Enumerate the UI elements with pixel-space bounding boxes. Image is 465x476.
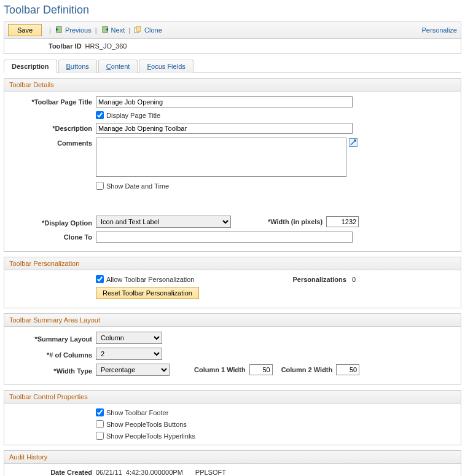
separator: | xyxy=(128,26,130,34)
toolbar-id-value: HRS_JO_360 xyxy=(85,42,127,50)
toolbar-id-label: Toolbar ID xyxy=(49,42,82,50)
label-clone-to: Clone To xyxy=(9,232,96,241)
tab-buttons-label: uttons xyxy=(71,63,89,70)
input-clone-to[interactable] xyxy=(96,232,353,243)
previous-link[interactable]: Previous xyxy=(55,26,92,34)
toolbar-id-row: Toolbar ID HRS_JO_360 xyxy=(4,39,461,54)
label-summary-layout: *Summary Layout xyxy=(9,334,96,343)
previous-label: Previous xyxy=(65,26,92,34)
value-created-date: 06/21/11 xyxy=(96,469,122,476)
input-description[interactable] xyxy=(96,123,353,134)
show-footer-checkbox[interactable] xyxy=(96,408,104,416)
allow-personalization-checkbox[interactable] xyxy=(96,275,104,283)
tab-description[interactable]: Description xyxy=(4,60,57,73)
checkbox-show-pt-buttons[interactable]: Show PeopleTools Buttons xyxy=(96,420,187,428)
expand-comments-icon[interactable] xyxy=(349,138,358,148)
label-display-option: *Display Option xyxy=(9,217,96,227)
save-button[interactable]: Save xyxy=(8,24,42,36)
separator: | xyxy=(95,26,97,34)
show-pt-links-checkbox[interactable] xyxy=(96,432,104,440)
tab-focus-label: ocus Fields xyxy=(151,63,186,70)
value-created-time: 4:42:30.000000PM xyxy=(126,469,183,476)
show-pt-buttons-checkbox[interactable] xyxy=(96,420,104,428)
action-toolbar: Save | Previous | Next | Clone Personali… xyxy=(4,21,461,39)
tab-content[interactable]: Content xyxy=(98,60,138,73)
button-reset-personalization[interactable]: Reset Toolbar Personalization xyxy=(96,287,199,299)
show-footer-label: Show Toolbar Footer xyxy=(106,409,168,416)
tab-focus-fields[interactable]: Focus Fields xyxy=(139,60,193,73)
allow-personalization-label: Allow Toolbar Personalization xyxy=(106,276,195,283)
show-pt-buttons-label: Show PeopleTools Buttons xyxy=(106,421,187,428)
tab-buttons[interactable]: Buttons xyxy=(58,60,97,73)
section-audit-history: Audit History Date Created 06/21/11 4:42… xyxy=(4,450,461,476)
label-comments: Comments xyxy=(9,138,96,147)
select-num-columns[interactable]: 2 xyxy=(96,348,162,360)
label-description: *Description xyxy=(9,123,96,132)
next-icon xyxy=(101,26,109,34)
checkbox-allow-personalization[interactable]: Allow Toolbar Personalization xyxy=(96,275,195,283)
label-width-type: *Width Type xyxy=(9,365,96,375)
section-toolbar-details: Toolbar Details *Toolbar Page Title Disp… xyxy=(4,78,461,252)
tab-content-label: ontent xyxy=(111,63,130,70)
section-summary-layout: Toolbar Summary Area Layout *Summary Lay… xyxy=(4,313,461,385)
label-num-columns: *# of Columns xyxy=(9,349,96,359)
section-header-toolbar-details: Toolbar Details xyxy=(4,79,461,92)
label-width-pixels: *Width (in pixels) xyxy=(268,218,322,225)
display-page-title-label: Display Page Title xyxy=(106,112,160,119)
section-header-summary-layout: Toolbar Summary Area Layout xyxy=(4,314,461,327)
previous-icon xyxy=(55,26,63,34)
input-page-title[interactable] xyxy=(96,96,353,107)
clone-link[interactable]: Clone xyxy=(134,26,162,34)
personalizations-value: 0 xyxy=(352,276,356,283)
select-display-option[interactable]: Icon and Text Label xyxy=(96,216,231,228)
separator: | xyxy=(49,26,51,34)
input-col2-width[interactable] xyxy=(336,364,359,375)
select-width-type[interactable]: Percentage xyxy=(96,364,170,376)
svg-rect-3 xyxy=(136,26,141,31)
checkbox-show-footer[interactable]: Show Toolbar Footer xyxy=(96,408,168,416)
section-header-control-properties: Toolbar Control Properties xyxy=(4,391,461,404)
input-comments[interactable] xyxy=(96,138,346,177)
section-header-personalization: Toolbar Personalization xyxy=(4,257,461,270)
label-col2-width: Column 2 Width xyxy=(281,366,333,373)
label-date-created: Date Created xyxy=(9,469,96,476)
show-datetime-label: Show Date and Time xyxy=(106,182,169,190)
personalize-link[interactable]: Personalize xyxy=(422,26,457,34)
show-datetime-checkbox[interactable] xyxy=(96,182,104,190)
next-link[interactable]: Next xyxy=(101,26,125,34)
checkbox-show-datetime[interactable]: Show Date and Time xyxy=(96,182,169,190)
clone-label: Clone xyxy=(144,26,162,34)
label-col1-width: Column 1 Width xyxy=(194,366,246,373)
next-label: Next xyxy=(111,26,125,34)
personalizations-label: Personalizations xyxy=(293,276,346,283)
checkbox-display-page-title[interactable]: Display Page Title xyxy=(96,111,160,119)
input-width-pixels[interactable] xyxy=(326,216,359,227)
clone-icon xyxy=(134,26,143,34)
checkbox-show-pt-links[interactable]: Show PeopleTools Hyperlinks xyxy=(96,432,195,440)
tab-strip: Description Buttons Content Focus Fields xyxy=(4,59,461,73)
input-col1-width[interactable] xyxy=(249,364,273,375)
show-pt-links-label: Show PeopleTools Hyperlinks xyxy=(106,432,195,440)
section-toolbar-personalization: Toolbar Personalization Allow Toolbar Pe… xyxy=(4,257,461,308)
section-header-audit-history: Audit History xyxy=(4,451,461,464)
value-created-user: PPLSOFT xyxy=(195,469,226,476)
label-page-title: *Toolbar Page Title xyxy=(9,96,96,106)
section-control-properties: Toolbar Control Properties Show Toolbar … xyxy=(4,390,461,445)
select-summary-layout[interactable]: Column xyxy=(96,332,162,344)
display-page-title-checkbox[interactable] xyxy=(96,111,104,119)
page-title: Toolbar Definition xyxy=(4,4,461,17)
